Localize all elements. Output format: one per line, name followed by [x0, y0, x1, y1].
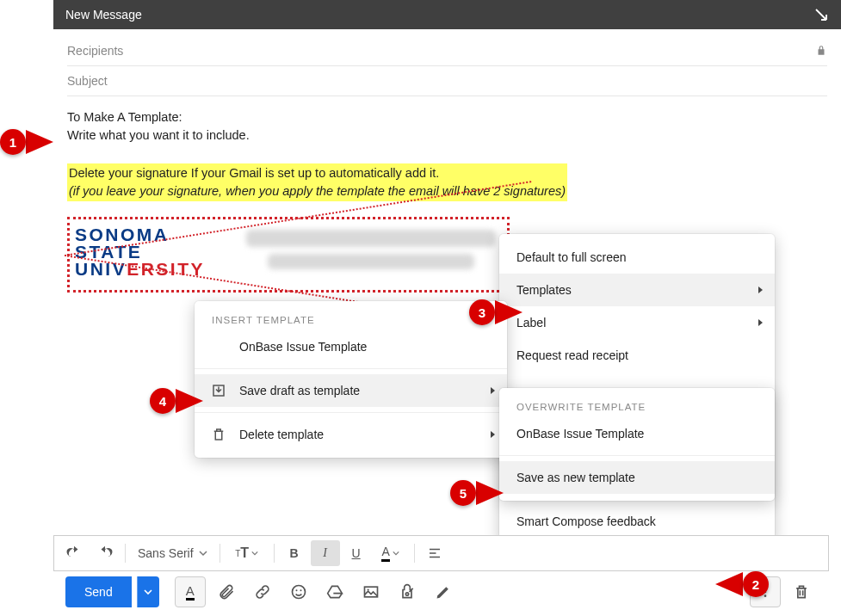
svg-point-2 — [300, 589, 301, 591]
text-color-button[interactable]: A — [373, 540, 409, 566]
recipients-placeholder: Recipients — [67, 44, 123, 58]
font-family-picker[interactable]: Sans Serif — [131, 546, 214, 560]
svg-point-1 — [295, 589, 297, 591]
insert-template-header: Insert template — [195, 308, 507, 330]
chevron-right-icon — [491, 431, 495, 438]
send-button[interactable]: Send — [65, 576, 132, 607]
subject-field[interactable]: Subject — [67, 66, 827, 96]
overwrite-onbase[interactable]: OnBase Issue Template — [499, 417, 775, 450]
save-as-new-template[interactable]: Save as new template — [499, 461, 775, 494]
send-toolbar: Send A — [53, 575, 829, 609]
font-size-button[interactable]: TT — [226, 540, 269, 566]
highlighted-note: Delete your signature If your Gmail is s… — [67, 163, 567, 201]
header-fields: Recipients Subject — [53, 29, 841, 96]
chevron-right-icon — [491, 387, 495, 394]
callout-5: 5 — [450, 480, 504, 506]
svg-point-0 — [292, 586, 305, 599]
formatting-toggle[interactable]: A — [175, 576, 206, 607]
menu-read-receipt[interactable]: Request read receipt — [499, 339, 775, 367]
save-icon — [210, 382, 227, 399]
menu-templates[interactable]: Templates — [499, 274, 775, 306]
overwrite-header: Overwrite Template — [499, 395, 775, 417]
signature-box: SONOMA STATE UNIVERSITY — [67, 217, 510, 293]
pen-icon[interactable] — [428, 576, 459, 607]
menu-smart-compose[interactable]: Smart Compose feedback — [499, 505, 775, 538]
trash-icon — [210, 426, 227, 443]
delete-template[interactable]: Delete template — [195, 418, 507, 451]
save-draft-as-template[interactable]: Save draft as template — [195, 374, 507, 407]
body-line-1: To Make A Template: — [67, 108, 827, 126]
lock-icon — [815, 45, 827, 57]
callout-1: 1 — [0, 129, 53, 155]
template-onbase[interactable]: OnBase Issue Template — [195, 330, 507, 363]
subject-placeholder: Subject — [67, 74, 108, 88]
callout-2: 2 — [715, 571, 769, 597]
title-bar: New Message — [53, 0, 841, 29]
callout-3: 3 — [469, 299, 523, 325]
send-dropdown[interactable] — [137, 576, 159, 607]
templates-submenu: Insert template OnBase Issue Template Sa… — [195, 301, 507, 458]
underline-button[interactable]: U — [342, 540, 371, 566]
align-button[interactable] — [420, 540, 449, 566]
window-title: New Message — [65, 8, 142, 22]
menu-default-fullscreen[interactable]: Default to full screen — [499, 241, 775, 274]
menu-label[interactable]: Label — [499, 306, 775, 339]
redo-button[interactable] — [90, 540, 120, 566]
blurred-text — [246, 230, 496, 247]
blurred-text — [268, 254, 474, 269]
link-icon[interactable] — [247, 576, 278, 607]
italic-button[interactable]: I — [311, 540, 340, 566]
emoji-icon[interactable] — [283, 576, 314, 607]
bold-button[interactable]: B — [280, 540, 309, 566]
drive-icon[interactable] — [319, 576, 350, 607]
chevron-down-icon — [199, 549, 207, 557]
svg-point-4 — [367, 588, 368, 590]
undo-button[interactable] — [59, 540, 89, 566]
chevron-right-icon — [758, 286, 763, 293]
chevron-right-icon — [758, 319, 763, 326]
discard-icon[interactable] — [786, 576, 817, 607]
recipients-field[interactable]: Recipients — [67, 36, 827, 66]
attach-icon[interactable] — [211, 576, 242, 607]
expand-icon[interactable] — [813, 7, 829, 22]
image-icon[interactable] — [356, 576, 386, 607]
format-toolbar: Sans Serif TT B I U A — [53, 535, 829, 571]
body-line-2: Write what you want it to include. — [67, 126, 827, 145]
confidential-icon[interactable] — [392, 576, 423, 607]
highlight-line-1: Delete your signature If your Gmail is s… — [69, 164, 566, 182]
svg-point-5 — [405, 593, 408, 595]
highlight-line-2: (if you leave your signature, when you a… — [69, 182, 566, 200]
save-template-submenu: Overwrite Template OnBase Issue Template… — [499, 388, 775, 501]
callout-4: 4 — [150, 388, 203, 414]
